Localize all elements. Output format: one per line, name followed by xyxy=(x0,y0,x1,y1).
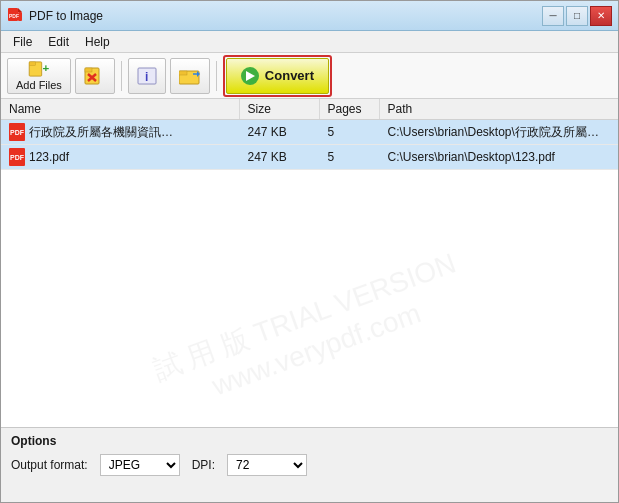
title-bar: PDF PDF to Image ─ □ ✕ xyxy=(1,1,618,31)
svg-rect-8 xyxy=(85,68,92,72)
svg-text:PDF: PDF xyxy=(9,13,19,19)
remove-icon xyxy=(84,67,106,85)
row-1-path: C:\Users\brian\Desktop\行政院及所屬各機… xyxy=(380,121,619,144)
title-bar-left: PDF PDF to Image xyxy=(7,8,103,24)
convert-play-icon xyxy=(241,67,259,85)
svg-rect-14 xyxy=(179,71,187,75)
col-header-path: Path xyxy=(380,99,619,119)
table-row[interactable]: PDF 行政院及所屬各機關資訊… 247 KB 5 C:\Users\brian… xyxy=(1,120,618,145)
svg-text:+: + xyxy=(42,61,49,73)
row-2-path: C:\Users\brian\Desktop\123.pdf xyxy=(380,147,619,167)
watermark-text: 試 用 版 TRIAL VERSION www.verypdf.com xyxy=(147,244,471,419)
menu-bar: File Edit Help xyxy=(1,31,618,53)
row-2-size: 247 KB xyxy=(240,147,320,167)
dpi-select[interactable]: 72 96 150 200 300 xyxy=(227,454,307,476)
convert-button[interactable]: Convert xyxy=(226,58,329,94)
row-2-name: PDF 123.pdf xyxy=(1,145,240,169)
menu-help[interactable]: Help xyxy=(77,33,118,51)
toolbar: + Add Files i xyxy=(1,53,618,99)
properties-button[interactable]: i xyxy=(128,58,166,94)
toolbar-separator-1 xyxy=(121,61,122,91)
add-files-icon: + xyxy=(28,61,50,77)
close-button[interactable]: ✕ xyxy=(590,6,612,26)
convert-button-wrap: Convert xyxy=(223,55,332,97)
svg-text:i: i xyxy=(145,70,148,84)
maximize-button[interactable]: □ xyxy=(566,6,588,26)
col-header-pages: Pages xyxy=(320,99,380,119)
dpi-label: DPI: xyxy=(192,458,215,472)
pdf-icon-1: PDF xyxy=(9,123,25,141)
svg-rect-5 xyxy=(29,61,35,65)
play-triangle xyxy=(246,71,255,81)
main-window: PDF PDF to Image ─ □ ✕ File Edit Help + … xyxy=(0,0,619,503)
open-folder-icon xyxy=(179,67,201,85)
menu-file[interactable]: File xyxy=(5,33,40,51)
row-1-size: 247 KB xyxy=(240,122,320,142)
table-row[interactable]: PDF 123.pdf 247 KB 5 C:\Users\brian\Desk… xyxy=(1,145,618,170)
format-select[interactable]: JPEG PNG BMP TIFF GIF xyxy=(100,454,180,476)
window-title: PDF to Image xyxy=(29,9,103,23)
title-controls: ─ □ ✕ xyxy=(542,6,612,26)
row-2-pages: 5 xyxy=(320,147,380,167)
menu-edit[interactable]: Edit xyxy=(40,33,77,51)
options-row: Output format: JPEG PNG BMP TIFF GIF DPI… xyxy=(11,454,608,476)
row-1-name: PDF 行政院及所屬各機關資訊… xyxy=(1,120,240,144)
add-files-button[interactable]: + Add Files xyxy=(7,58,71,94)
convert-label: Convert xyxy=(265,68,314,83)
format-label: Output format: xyxy=(11,458,88,472)
app-icon: PDF xyxy=(7,8,23,24)
file-list-area: Name Size Pages Path PDF 行政院及所屬各機關資訊… 24… xyxy=(1,99,618,427)
toolbar-separator-2 xyxy=(216,61,217,91)
properties-icon: i xyxy=(137,67,157,85)
pdf-icon-2: PDF xyxy=(9,148,25,166)
minimize-button[interactable]: ─ xyxy=(542,6,564,26)
row-1-pages: 5 xyxy=(320,122,380,142)
watermark: 試 用 版 TRIAL VERSION www.verypdf.com xyxy=(150,297,469,367)
open-folder-button[interactable] xyxy=(170,58,210,94)
options-panel: Options Output format: JPEG PNG BMP TIFF… xyxy=(1,427,618,502)
svg-marker-1 xyxy=(18,8,22,12)
col-header-size: Size xyxy=(240,99,320,119)
remove-button[interactable] xyxy=(75,58,115,94)
options-title: Options xyxy=(11,434,608,448)
table-header: Name Size Pages Path xyxy=(1,99,618,120)
col-header-name: Name xyxy=(1,99,240,119)
